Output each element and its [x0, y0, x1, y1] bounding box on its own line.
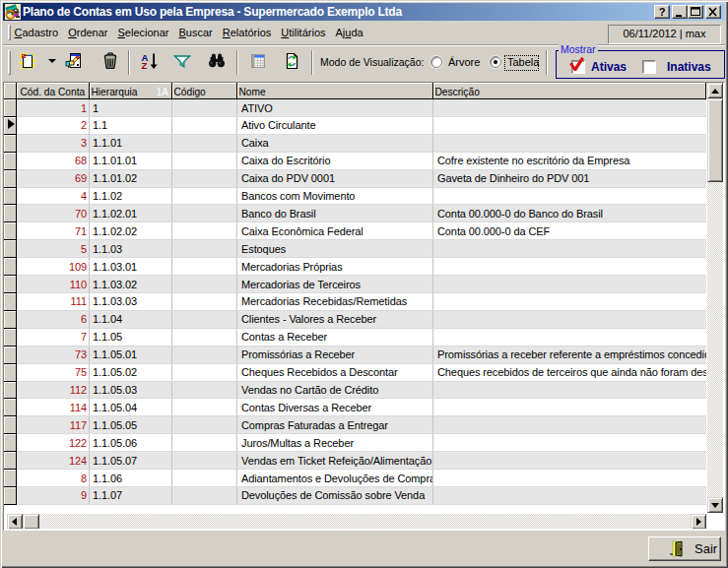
svg-text:Z: Z	[142, 60, 148, 70]
